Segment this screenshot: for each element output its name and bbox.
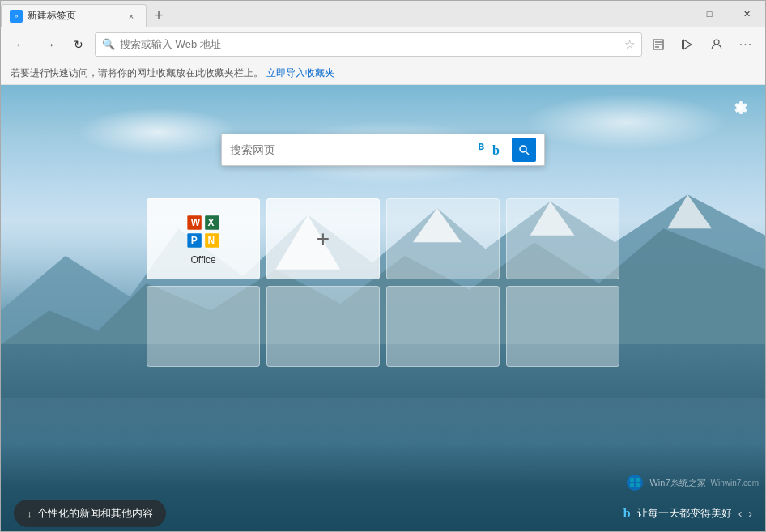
watermark-site: Winwin7.com xyxy=(711,479,759,487)
settings-gear-button[interactable] xyxy=(726,95,752,121)
svg-text:W: W xyxy=(191,217,201,228)
win7-logo-icon xyxy=(625,473,645,492)
svg-text:N: N xyxy=(207,235,215,246)
speeddial-add-tile[interactable]: + xyxy=(266,198,380,279)
speed-dial-grid: W X P N Office + xyxy=(147,198,619,367)
bottom-bar: ↓ 个性化的新闻和其他内容 b 让每一天都变得美好 ‹ › xyxy=(1,496,765,531)
watermark-text: Win7系统之家 xyxy=(649,477,705,489)
office-icon: W X P N xyxy=(184,212,223,251)
reading-list-button[interactable] xyxy=(645,32,671,57)
active-tab[interactable]: e 新建标签页 × xyxy=(1,4,147,27)
speeddial-empty-tile-4[interactable] xyxy=(506,198,619,279)
tab-bar: e 新建标签页 × + xyxy=(1,1,653,27)
refresh-button[interactable]: ↻ xyxy=(66,32,91,57)
news-arrow-icon: ↓ xyxy=(27,508,32,520)
svg-rect-5 xyxy=(682,40,684,49)
bing-small-logo: b xyxy=(623,506,631,521)
back-button[interactable]: ← xyxy=(7,32,33,57)
svg-text:e: e xyxy=(15,12,19,21)
search-magnifier-icon xyxy=(518,144,530,155)
svg-text:P: P xyxy=(191,235,198,246)
speeddial-office-tile[interactable]: W X P N Office xyxy=(147,198,260,279)
slogan-text: 让每一天都变得美好 xyxy=(637,506,732,521)
address-search-icon: 🔍 xyxy=(102,38,115,50)
address-input-container[interactable]: 🔍 ☆ xyxy=(95,32,642,57)
next-arrow-button[interactable]: › xyxy=(748,507,752,520)
svg-rect-25 xyxy=(630,478,634,482)
svg-rect-27 xyxy=(630,483,634,487)
speeddial-empty-tile-5[interactable] xyxy=(147,286,260,367)
svg-line-15 xyxy=(526,151,529,155)
profile-button[interactable] xyxy=(704,32,730,57)
address-input[interactable] xyxy=(120,38,619,50)
new-tab-button[interactable]: + xyxy=(147,4,171,27)
minimize-button[interactable]: — xyxy=(653,1,691,27)
settings-menu-button[interactable]: ··· xyxy=(733,32,759,57)
address-bar-actions: ··· xyxy=(645,32,759,57)
speeddial-empty-tile-8[interactable] xyxy=(506,286,619,367)
tab-title: 新建标签页 xyxy=(28,9,120,23)
bing-logo: ᴮ xyxy=(478,141,484,159)
search-input[interactable] xyxy=(230,143,471,156)
speeddial-empty-tile-6[interactable] xyxy=(266,286,380,367)
tab-close-button[interactable]: × xyxy=(125,10,138,23)
bottom-right-section: b 让每一天都变得美好 ‹ › xyxy=(623,506,752,521)
news-button[interactable]: ↓ 个性化的新闻和其他内容 xyxy=(14,500,166,527)
speeddial-empty-tile-3[interactable] xyxy=(386,198,500,279)
svg-point-6 xyxy=(714,40,719,45)
favbar-text: 若要进行快速访问，请将你的网址收藏放在此收藏夹栏上。 xyxy=(11,66,263,80)
import-favorites-link[interactable]: 立即导入收藏夹 xyxy=(266,66,334,80)
speeddial-empty-tile-7[interactable] xyxy=(386,286,500,367)
favorites-star-icon[interactable]: ☆ xyxy=(624,37,635,52)
prev-arrow-button[interactable]: ‹ xyxy=(738,507,743,520)
titlebar: e 新建标签页 × + — □ ✕ xyxy=(1,1,765,27)
close-button[interactable]: ✕ xyxy=(728,1,765,27)
search-button[interactable] xyxy=(512,138,536,162)
svg-text:X: X xyxy=(207,217,214,228)
news-label: 个性化的新闻和其他内容 xyxy=(37,506,153,521)
new-tab-page: ᴮ b xyxy=(1,85,765,531)
maximize-button[interactable]: □ xyxy=(691,1,728,27)
window-controls: — □ ✕ xyxy=(653,1,765,27)
add-icon: + xyxy=(317,226,330,252)
browser-window: e 新建标签页 × + — □ ✕ ← → ↻ 🔍 ☆ xyxy=(0,0,766,532)
office-tile-label: Office xyxy=(190,254,215,266)
watermark: Win7系统之家 Winwin7.com xyxy=(625,473,759,492)
svg-point-14 xyxy=(520,146,526,152)
search-box: ᴮ b xyxy=(221,134,545,166)
svg-text:b: b xyxy=(492,143,500,157)
svg-rect-26 xyxy=(636,478,640,482)
favorites-bar: 若要进行快速访问，请将你的网址收藏放在此收藏夹栏上。 立即导入收藏夹 xyxy=(1,62,765,85)
address-bar: ← → ↻ 🔍 ☆ ··· xyxy=(1,27,765,62)
svg-point-24 xyxy=(627,475,643,491)
tab-favicon: e xyxy=(10,10,23,23)
search-container: ᴮ b xyxy=(221,134,545,166)
hub-button[interactable] xyxy=(675,32,700,57)
forward-button[interactable]: → xyxy=(36,32,62,57)
svg-rect-28 xyxy=(636,483,640,487)
bing-icon: b xyxy=(491,143,505,157)
